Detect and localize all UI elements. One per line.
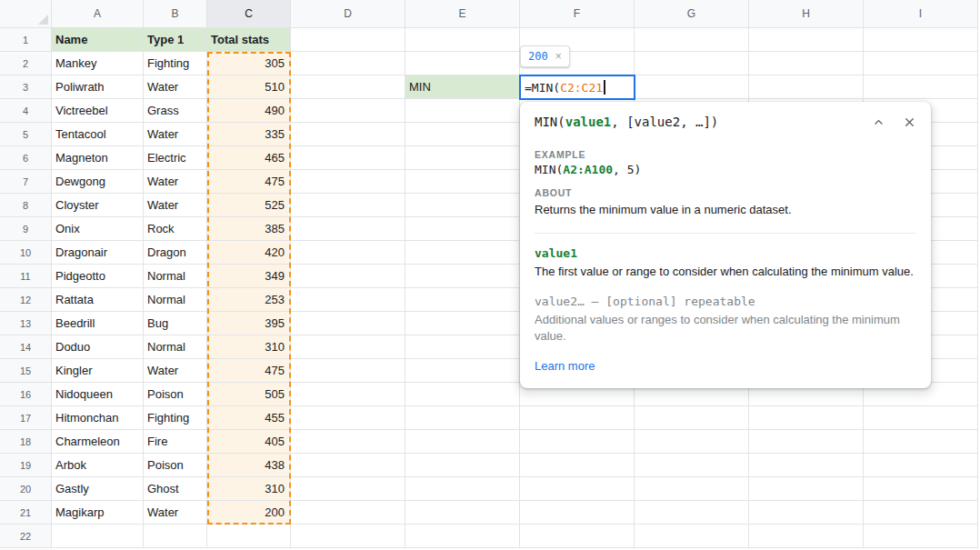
- cell-A11[interactable]: Pidgeotto: [52, 265, 144, 288]
- cell-B19[interactable]: Poison: [144, 454, 207, 477]
- cell-A6[interactable]: Magneton: [52, 146, 144, 170]
- cell-E7[interactable]: [405, 170, 520, 194]
- cell-I21[interactable]: [864, 501, 978, 525]
- cell-A19[interactable]: Arbok: [52, 454, 144, 477]
- cell-C16[interactable]: 505: [207, 383, 291, 406]
- cell-C10[interactable]: 420: [207, 241, 291, 265]
- cell-D14[interactable]: [291, 335, 405, 359]
- cell-H19[interactable]: [749, 454, 864, 477]
- cell-C11[interactable]: 349: [207, 265, 291, 288]
- row-header-8[interactable]: 8: [0, 194, 52, 217]
- cell-H21[interactable]: [749, 501, 864, 525]
- cell-I17[interactable]: [864, 406, 978, 430]
- row-header-22[interactable]: 22: [0, 525, 52, 548]
- cell-B1[interactable]: Type 1: [144, 28, 207, 52]
- cell-D12[interactable]: [291, 288, 405, 312]
- cell-G17[interactable]: [635, 406, 749, 430]
- select-all-corner[interactable]: [0, 0, 52, 28]
- cell-C14[interactable]: 310: [207, 335, 291, 359]
- cell-D20[interactable]: [291, 477, 405, 501]
- column-header-B[interactable]: B: [144, 0, 207, 28]
- cell-E12[interactable]: [405, 288, 520, 312]
- cell-G19[interactable]: [635, 454, 749, 477]
- cell-A9[interactable]: Onix: [52, 217, 144, 241]
- cell-I18[interactable]: [864, 430, 978, 454]
- row-header-4[interactable]: 4: [0, 99, 52, 123]
- cell-A8[interactable]: Cloyster: [52, 194, 144, 217]
- cell-B12[interactable]: Normal: [144, 288, 207, 312]
- cell-B21[interactable]: Water: [144, 501, 207, 525]
- cell-A21[interactable]: Magikarp: [52, 501, 144, 525]
- cell-D4[interactable]: [291, 99, 405, 123]
- row-header-3[interactable]: 3: [0, 75, 52, 99]
- cell-G2[interactable]: [635, 52, 749, 75]
- cell-C17[interactable]: 455: [207, 406, 291, 430]
- cell-A17[interactable]: Hitmonchan: [52, 406, 144, 430]
- row-header-11[interactable]: 11: [0, 265, 52, 288]
- cell-D9[interactable]: [291, 217, 405, 241]
- cell-C22[interactable]: [207, 525, 291, 548]
- row-header-2[interactable]: 2: [0, 52, 52, 75]
- cell-E19[interactable]: [405, 454, 520, 477]
- cell-B18[interactable]: Fire: [144, 430, 207, 454]
- cell-D15[interactable]: [291, 359, 405, 383]
- row-header-12[interactable]: 12: [0, 288, 52, 312]
- cell-E5[interactable]: [405, 123, 520, 146]
- cell-I20[interactable]: [864, 477, 978, 501]
- cell-E14[interactable]: [405, 335, 520, 359]
- cell-I2[interactable]: [864, 52, 978, 75]
- cell-B14[interactable]: Normal: [144, 335, 207, 359]
- cell-E18[interactable]: [405, 430, 520, 454]
- cell-D6[interactable]: [291, 146, 405, 170]
- cell-C15[interactable]: 475: [207, 359, 291, 383]
- row-header-15[interactable]: 15: [0, 359, 52, 383]
- cell-B22[interactable]: [144, 525, 207, 548]
- cell-C9[interactable]: 385: [207, 217, 291, 241]
- cell-A20[interactable]: Gastly: [52, 477, 144, 501]
- cell-E10[interactable]: [405, 241, 520, 265]
- cell-A18[interactable]: Charmeleon: [52, 430, 144, 454]
- cell-E2[interactable]: [405, 52, 520, 75]
- learn-more-link[interactable]: Learn more: [535, 359, 595, 373]
- cell-A1[interactable]: Name: [52, 28, 144, 52]
- cell-D21[interactable]: [291, 501, 405, 525]
- cell-F22[interactable]: [520, 525, 635, 548]
- cell-B8[interactable]: Water: [144, 194, 207, 217]
- column-header-C[interactable]: C: [207, 0, 291, 28]
- close-icon[interactable]: ×: [555, 50, 562, 63]
- cell-A12[interactable]: Rattata: [52, 288, 144, 312]
- cell-E9[interactable]: [405, 217, 520, 241]
- cell-E6[interactable]: [405, 146, 520, 170]
- cell-C5[interactable]: 335: [207, 123, 291, 146]
- cell-D5[interactable]: [291, 123, 405, 146]
- cell-E1[interactable]: [405, 28, 520, 52]
- cell-D22[interactable]: [291, 525, 405, 548]
- cell-B20[interactable]: Ghost: [144, 477, 207, 501]
- column-header-H[interactable]: H: [749, 0, 864, 28]
- row-header-16[interactable]: 16: [0, 383, 52, 406]
- row-header-1[interactable]: 1: [0, 28, 52, 52]
- cell-D13[interactable]: [291, 312, 405, 335]
- cell-A4[interactable]: Victreebel: [52, 99, 144, 123]
- cell-A10[interactable]: Dragonair: [52, 241, 144, 265]
- row-header-13[interactable]: 13: [0, 312, 52, 335]
- cell-B2[interactable]: Fighting: [144, 52, 207, 75]
- cell-C7[interactable]: 475: [207, 170, 291, 194]
- cell-E11[interactable]: [405, 265, 520, 288]
- cell-F21[interactable]: [520, 501, 635, 525]
- cell-E8[interactable]: [405, 194, 520, 217]
- cell-B11[interactable]: Normal: [144, 265, 207, 288]
- chevron-up-icon[interactable]: [871, 115, 885, 129]
- cell-G18[interactable]: [635, 430, 749, 454]
- cell-E16[interactable]: [405, 383, 520, 406]
- cell-E13[interactable]: [405, 312, 520, 335]
- cell-H2[interactable]: [749, 52, 864, 75]
- row-header-20[interactable]: 20: [0, 477, 52, 501]
- cell-E3[interactable]: MIN: [405, 75, 520, 99]
- row-header-10[interactable]: 10: [0, 241, 52, 265]
- cell-G22[interactable]: [635, 525, 749, 548]
- close-icon[interactable]: [902, 115, 916, 129]
- row-header-21[interactable]: 21: [0, 501, 52, 525]
- cell-H22[interactable]: [749, 525, 864, 548]
- cell-B13[interactable]: Bug: [144, 312, 207, 335]
